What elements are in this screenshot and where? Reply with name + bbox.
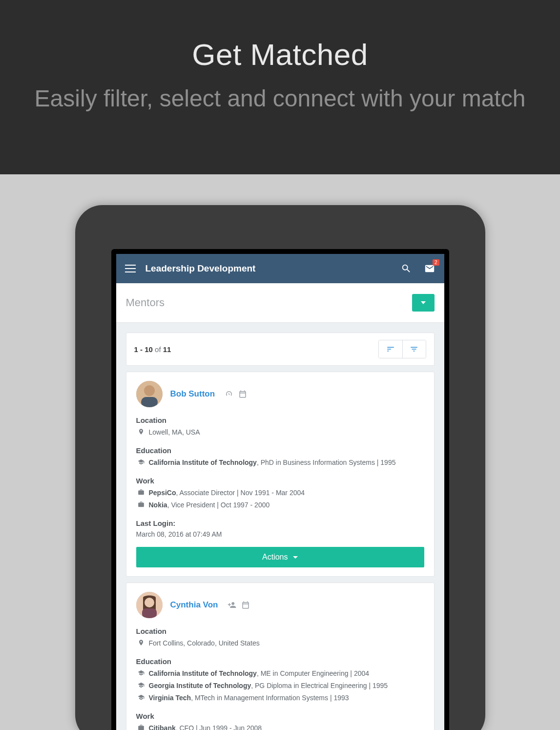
hero-banner: Get Matched Easily filter, select and co…	[0, 0, 560, 174]
app-title: Leadership Development	[145, 263, 389, 274]
mentor-name[interactable]: Cynthia Von	[170, 600, 218, 610]
menu-icon[interactable]	[125, 265, 136, 272]
graduation-icon	[136, 693, 146, 701]
pin-icon	[136, 427, 146, 435]
location-label: Location	[136, 627, 424, 635]
sort-button[interactable]	[379, 340, 402, 358]
notification-badge: 2	[433, 259, 439, 266]
filter-button[interactable]	[402, 340, 426, 358]
gauge-icon[interactable]	[224, 389, 234, 399]
pin-icon	[136, 638, 146, 646]
education-row: Georgia Institute of Technology, PG Dipl…	[136, 681, 424, 691]
dropdown-button[interactable]	[412, 294, 435, 312]
last-login-label: Last Login:	[136, 519, 424, 527]
location-label: Location	[136, 416, 424, 424]
mentor-card: Cynthia VonLocationFort Collins, Colorad…	[126, 583, 435, 730]
search-icon[interactable]	[400, 263, 412, 274]
work-label: Work	[136, 712, 424, 720]
work-row: Citibank, CFO | Jun 1999 - Jun 2008	[136, 723, 424, 730]
results-area: 1 - 10 of 11 Bob SuttonLocationLowell, M…	[116, 323, 444, 730]
work-label: Work	[136, 477, 424, 485]
results-count: 1 - 10 of 11	[134, 345, 171, 354]
location-row: Lowell, MA, USA	[136, 427, 424, 438]
mentor-card: Bob SuttonLocationLowell, MA, USAEducati…	[126, 372, 435, 577]
graduation-icon	[136, 458, 146, 465]
work-row: Nokia, Vice President | Oct 1997 - 2000	[136, 500, 424, 510]
hero-title: Get Matched	[0, 37, 560, 72]
graduation-icon	[136, 681, 146, 688]
briefcase-icon	[136, 488, 146, 496]
mail-icon[interactable]: 2	[424, 263, 436, 274]
results-toolbar: 1 - 10 of 11	[126, 333, 435, 366]
actions-button[interactable]: Actions	[136, 547, 424, 567]
svg-point-1	[144, 385, 155, 396]
page-title: Mentors	[126, 296, 412, 309]
education-row: Virginia Tech, MTech in Management Infor…	[136, 693, 424, 703]
graduation-icon	[136, 668, 146, 676]
avatar[interactable]	[136, 381, 163, 407]
briefcase-icon	[136, 500, 146, 508]
page-header: Mentors	[116, 283, 444, 323]
hero-subtitle: Easily filter, select and connect with y…	[0, 83, 560, 114]
education-label: Education	[136, 657, 424, 666]
education-label: Education	[136, 446, 424, 455]
briefcase-icon	[136, 723, 146, 730]
svg-point-4	[145, 598, 154, 607]
education-row: California Institute of Technology, ME i…	[136, 668, 424, 679]
user-plus-icon[interactable]	[227, 600, 237, 610]
calendar-icon[interactable]	[237, 389, 248, 399]
work-row: PepsiCo, Associate Director | Nov 1991 -…	[136, 488, 424, 498]
location-row: Fort Collins, Colorado, United States	[136, 638, 424, 648]
education-row: California Institute of Technology, PhD …	[136, 458, 424, 468]
svg-rect-2	[141, 397, 158, 407]
tablet-mockup: Leadership Development 2 Mentors 1 - 10 …	[75, 205, 485, 730]
svg-rect-5	[142, 608, 157, 618]
avatar[interactable]	[136, 592, 163, 618]
last-login-value: March 08, 2016 at 07:49 AM	[136, 530, 424, 538]
mentor-name[interactable]: Bob Sutton	[170, 389, 215, 399]
calendar-icon[interactable]	[240, 600, 251, 610]
app-header: Leadership Development 2	[116, 254, 444, 283]
